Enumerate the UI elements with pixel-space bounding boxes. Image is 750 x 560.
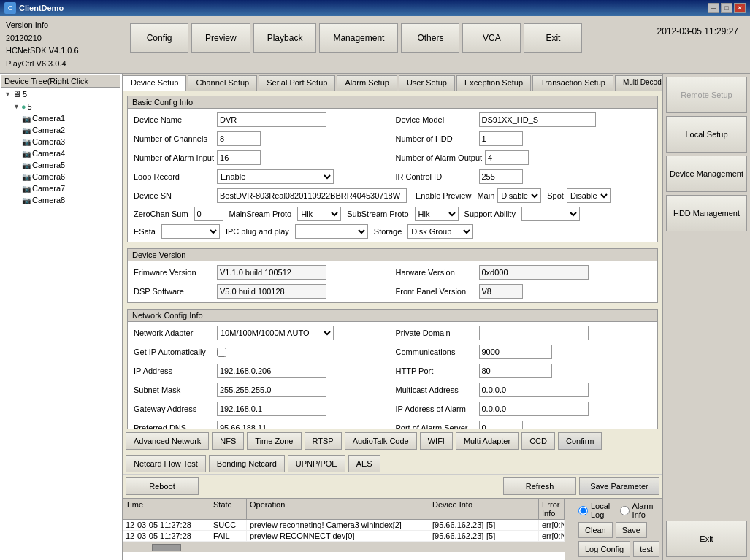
confirm-button[interactable]: Confirm [558, 432, 602, 450]
network-config-section: Network Config Info Network Adapter 10M/… [127, 309, 658, 429]
network-adapter-select[interactable]: 10M/100M/1000M AUTO [217, 326, 334, 340]
local-log-radio[interactable] [578, 506, 588, 515]
tree-camera-6[interactable]: 📷 Camera6 [1, 171, 120, 183]
device-model-input[interactable] [479, 112, 596, 127]
tree-camera-8[interactable]: 📷 Camera8 [1, 194, 120, 206]
minimize-button[interactable]: ─ [708, 3, 719, 13]
save-button[interactable]: Save [616, 522, 647, 538]
port-alarm-input[interactable] [479, 421, 523, 429]
num-alarm-input[interactable] [217, 150, 261, 165]
aes-button[interactable]: AES [348, 455, 380, 472]
nfs-button[interactable]: NFS [212, 432, 244, 450]
wifi-button[interactable]: WIFI [420, 432, 453, 450]
hardware-input[interactable] [479, 265, 589, 280]
hdd-management-button[interactable]: HDD Management [666, 195, 747, 231]
tree-camera-1[interactable]: 📷 Camera1 [1, 112, 120, 124]
num-hdd-field: Number of HDD [396, 131, 652, 147]
exit-button[interactable]: Exit [666, 521, 747, 557]
spot-preview-select[interactable]: Disable Enable [567, 188, 611, 203]
num-alarm-output-input[interactable] [485, 150, 529, 165]
clean-button[interactable]: Clean [578, 522, 613, 538]
nav-config-button[interactable]: Config [130, 23, 188, 53]
ir-control-input[interactable] [479, 169, 523, 184]
num-hdd-input[interactable] [479, 131, 523, 146]
tree-camera-7[interactable]: 📷 Camera7 [1, 183, 120, 194]
remote-setup-button[interactable]: Remote Setup [666, 77, 747, 113]
app-icon: C [4, 2, 16, 14]
device-management-button[interactable]: Device Management [666, 156, 747, 192]
storage-select[interactable]: Disk Group [407, 224, 473, 239]
ir-control-label: IR Control ID [396, 172, 476, 181]
rtsp-button[interactable]: RTSP [305, 432, 342, 450]
maximize-button[interactable]: □ [721, 3, 732, 13]
ccd-button[interactable]: CCD [521, 432, 555, 450]
log-horizontal-scroll[interactable] [123, 542, 565, 552]
zero-chan-input[interactable] [194, 207, 223, 221]
ipc-select[interactable] [295, 224, 368, 239]
firmware-input[interactable] [217, 265, 326, 280]
time-zone-button[interactable]: Time Zone [247, 432, 301, 450]
subnet-input[interactable] [217, 383, 326, 397]
nav-exit-button[interactable]: Exit [524, 23, 582, 53]
save-parameter-button[interactable]: Save Parameter [579, 477, 659, 495]
main-stream-select[interactable]: Hik [297, 207, 341, 221]
tree-device-node[interactable]: ▼ ● 5 [1, 101, 120, 112]
audio-talk-code-button[interactable]: AudioTalk Code [345, 432, 417, 450]
device-sn-input[interactable] [217, 188, 407, 203]
device-name-input[interactable] [217, 112, 326, 127]
nav-management-button[interactable]: Management [319, 23, 398, 53]
log-config-button[interactable]: Log Config [578, 541, 630, 557]
netcard-flow-test-button[interactable]: Netcard Flow Test [126, 455, 206, 472]
title-bar: C ClientDemo ─ □ ✕ [0, 0, 750, 16]
support-ability-select[interactable] [521, 207, 580, 221]
upnp-poe-button[interactable]: UPNP/POE [288, 455, 345, 472]
log-vertical-scroll[interactable] [565, 499, 575, 560]
tree-camera-2[interactable]: 📷 Camera2 [1, 124, 120, 136]
tab-serial-port[interactable]: Serial Port Setup [259, 75, 335, 91]
ip-input[interactable] [217, 364, 326, 378]
tab-device-setup[interactable]: Device Setup [123, 75, 186, 91]
main-preview-select[interactable]: Disable Enable [497, 188, 541, 203]
tab-user-setup[interactable]: User Setup [399, 75, 455, 91]
num-channels-input[interactable] [217, 131, 261, 146]
loop-record-select[interactable]: Enable Disable [217, 169, 334, 184]
tree-camera-3[interactable]: 📷 Camera3 [1, 136, 120, 147]
tree-camera-4[interactable]: 📷 Camera4 [1, 147, 120, 159]
log-scroll-thumb[interactable] [152, 544, 181, 551]
tab-transaction-setup[interactable]: Transaction Setup [532, 75, 613, 91]
nav-playback-button[interactable]: Playback [253, 23, 317, 53]
camera-5-label: Camera5 [32, 161, 65, 169]
tree-camera-5[interactable]: 📷 Camera5 [1, 159, 120, 171]
ip-alarm-input[interactable] [479, 402, 589, 416]
multicast-input[interactable] [479, 383, 589, 397]
tab-multi-decoder[interactable]: Multi Decoder Set... [615, 75, 662, 91]
pref-dns-input[interactable] [217, 421, 326, 429]
refresh-button[interactable]: Refresh [503, 477, 576, 495]
tab-channel-setup[interactable]: Channel Setup [188, 75, 257, 91]
esata-select[interactable] [161, 224, 220, 239]
tab-alarm-setup[interactable]: Alarm Setup [337, 75, 397, 91]
get-ip-auto-checkbox[interactable] [217, 348, 226, 357]
communications-input[interactable] [479, 345, 552, 359]
sub-stream-select[interactable]: Hik [415, 207, 459, 221]
front-panel-input[interactable] [479, 284, 523, 299]
advanced-network-button[interactable]: Advanced Network [126, 432, 209, 450]
gateway-input[interactable] [217, 402, 326, 416]
private-domain-input[interactable] [479, 326, 589, 340]
nav-vca-button[interactable]: VCA [462, 23, 521, 53]
nav-preview-button[interactable]: Preview [191, 23, 250, 53]
alarm-info-radio[interactable] [620, 506, 630, 515]
nav-others-button[interactable]: Others [401, 23, 459, 53]
local-setup-button[interactable]: Local Setup [666, 116, 747, 153]
reboot-button[interactable]: Reboot [126, 477, 199, 495]
bonding-netcard-button[interactable]: Bonding Netcard [209, 455, 285, 472]
close-button[interactable]: ✕ [734, 3, 746, 13]
test-button[interactable]: test [633, 541, 659, 557]
tree-root[interactable]: ▼ 🖥 5 [1, 88, 120, 101]
http-port-input[interactable] [479, 364, 552, 378]
multi-adapter-button[interactable]: Multi Adapter [456, 432, 519, 450]
device-tree-header[interactable]: Device Tree(Right Click [1, 75, 120, 88]
log-row1-time: 12-03-05 11:27:28 [123, 520, 210, 530]
dsp-input[interactable] [217, 284, 326, 299]
tab-exception-setup[interactable]: Exception Setup [456, 75, 531, 91]
